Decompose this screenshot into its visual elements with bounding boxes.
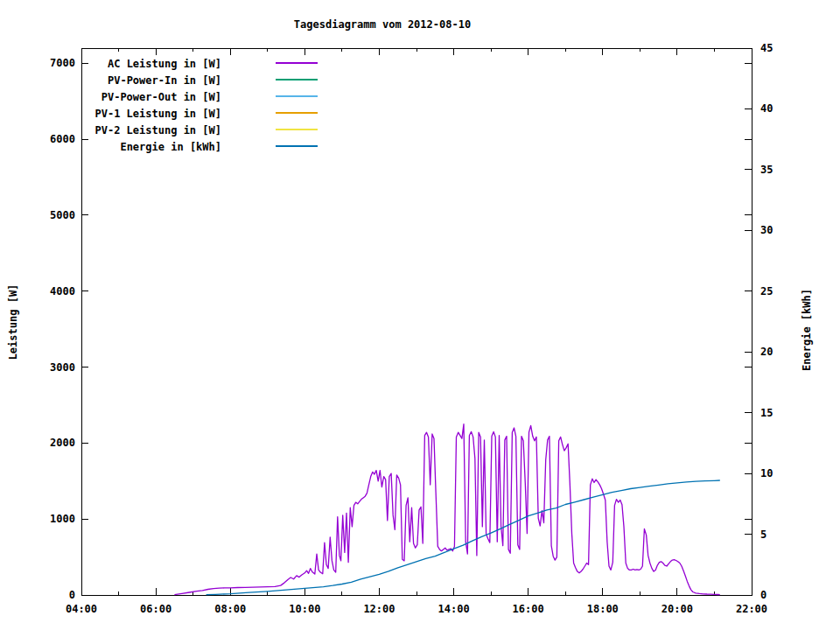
- legend-swatch: [276, 95, 318, 97]
- gnuplot-chart-window: Tagesdiagramm vom 2012-08-10 Leistung [W…: [0, 0, 840, 630]
- legend-item: PV-2 Leistung in [W]: [0, 122, 221, 136]
- legend-swatch: [276, 62, 318, 64]
- legend-swatch: [276, 79, 318, 80]
- legend-label: PV-1 Leistung in [W]: [0, 107, 221, 121]
- y2-tick-label: 25: [760, 285, 773, 298]
- legend-label: PV-Power-In in [W]: [0, 74, 221, 88]
- x-tick-label: 08:00: [214, 603, 246, 615]
- y1-tick-label: 2000: [50, 437, 75, 449]
- x-tick-label: 06:00: [140, 603, 172, 615]
- y1-tick-label: 3000: [50, 361, 75, 374]
- legend-swatch: [276, 145, 318, 147]
- y2-tick-label: 30: [760, 224, 773, 236]
- legend-label: PV-2 Leistung in [W]: [0, 123, 221, 137]
- y1-tick-label: 5000: [50, 209, 75, 221]
- y1-tick-label: 0: [69, 589, 75, 601]
- legend-item: PV-1 Leistung in [W]: [0, 106, 221, 120]
- x-tick-label: 18:00: [587, 603, 619, 615]
- series-line: [206, 480, 720, 595]
- x-tick-label: 22:00: [736, 603, 767, 615]
- x-tick-label: 10:00: [289, 603, 320, 615]
- legend-label: Energie in [kWh]: [0, 140, 221, 154]
- legend-swatch: [276, 129, 318, 130]
- legend-item: PV-Power-Out in [W]: [0, 89, 221, 103]
- y1-tick-label: 1000: [50, 513, 75, 525]
- y2-tick-label: 5: [760, 528, 766, 541]
- legend-item: PV-Power-In in [W]: [0, 73, 221, 87]
- y2-tick-label: 0: [760, 589, 766, 601]
- y2-tick-label: 10: [760, 467, 773, 480]
- series-line: [174, 424, 719, 595]
- x-tick-label: 16:00: [513, 603, 544, 615]
- y1-tick-label: 4000: [50, 285, 75, 298]
- x-tick-label: 04:00: [66, 603, 97, 615]
- legend-label: AC Leistung in [W]: [0, 57, 221, 71]
- y2-tick-label: 35: [760, 164, 773, 176]
- y2-tick-label: 45: [760, 42, 773, 54]
- x-tick-label: 12:00: [363, 603, 395, 615]
- legend-label: PV-Power-Out in [W]: [0, 90, 221, 104]
- y2-tick-label: 20: [760, 346, 773, 358]
- x-tick-label: 14:00: [438, 603, 469, 615]
- y2-tick-label: 40: [760, 102, 773, 115]
- legend-item: AC Leistung in [W]: [0, 56, 221, 70]
- x-tick-label: 20:00: [662, 603, 693, 615]
- legend-item: Energie in [kWh]: [0, 139, 221, 153]
- y2-tick-label: 15: [760, 407, 773, 419]
- legend-swatch: [276, 112, 318, 114]
